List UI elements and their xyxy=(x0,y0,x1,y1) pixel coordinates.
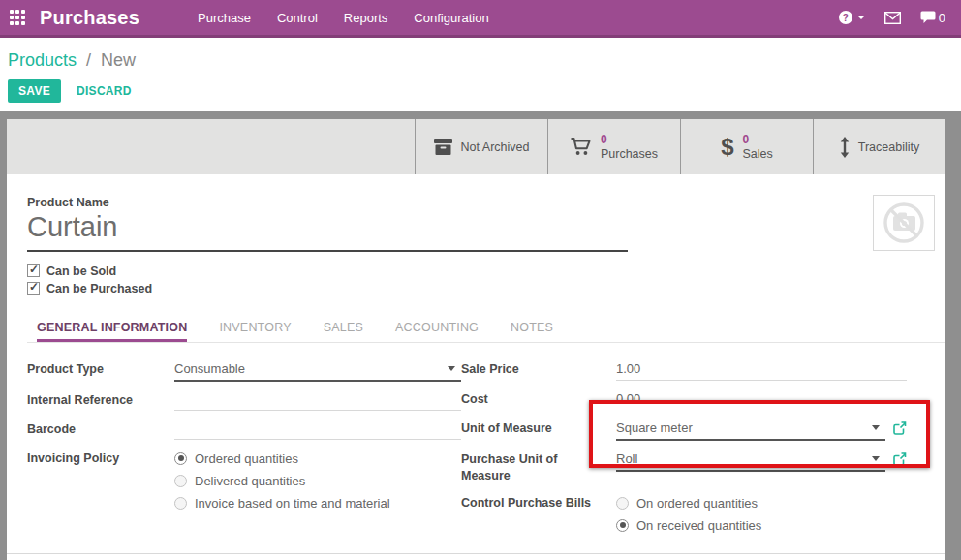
field-unit-of-measure: Unit of Measure Square meter xyxy=(461,419,907,441)
sale-purchase-checkboxes: Can be Sold Can be Purchased xyxy=(27,263,946,297)
grid-dot xyxy=(16,21,19,25)
grid-dot xyxy=(16,10,19,14)
can-be-sold-checkbox[interactable]: Can be Sold xyxy=(27,263,946,280)
sheet-body: Product Name Curtain Can be Sold Can be … xyxy=(7,174,946,548)
field-invoicing-policy: Invoicing Policy Ordered quantities Deli… xyxy=(27,449,461,517)
tab-sales[interactable]: SALES xyxy=(324,316,363,342)
stat-button-sales[interactable]: $ 0 Sales xyxy=(680,119,813,174)
stat-button-traceability[interactable]: Traceability xyxy=(813,119,946,174)
internal-reference-input[interactable] xyxy=(174,390,461,411)
save-button[interactable]: SAVE xyxy=(8,79,61,103)
field-cost: Cost 0.00 xyxy=(461,389,907,410)
discuss-menu[interactable]: 0 xyxy=(920,11,946,25)
invoicing-policy-label: Invoicing Policy xyxy=(27,449,174,517)
stat-button-label: Purchases xyxy=(601,147,658,162)
archive-box-icon xyxy=(434,139,452,155)
grid-dot xyxy=(10,16,14,19)
chevron-down-icon xyxy=(872,425,880,430)
purchase-uom-label: Purchase Unit of Measure xyxy=(461,450,616,484)
stat-button-purchases[interactable]: 0 Purchases xyxy=(547,119,680,174)
product-image-upload[interactable] xyxy=(873,195,935,251)
control-panel: Products / New SAVE DISCARD xyxy=(0,38,961,111)
menu-purchase[interactable]: Purchase xyxy=(198,11,251,25)
chevron-down-icon xyxy=(448,366,455,371)
product-name-input[interactable]: Curtain xyxy=(27,210,628,252)
sheet-divider xyxy=(7,553,946,554)
control-panel-buttons: SAVE DISCARD xyxy=(8,79,961,103)
internal-reference-label: Internal Reference xyxy=(27,390,174,411)
form-background: Not Archived 0 Purchases $ 0 xyxy=(0,111,961,560)
radio-invoice-time-material[interactable]: Invoice based on time and material xyxy=(174,495,390,512)
grid-dot xyxy=(16,16,19,19)
radio-label: Invoice based on time and material xyxy=(195,496,390,511)
sales-count: 0 xyxy=(743,133,773,147)
purchase-uom-external-link-icon[interactable] xyxy=(893,452,907,470)
cost-label: Cost xyxy=(461,389,616,410)
product-type-label: Product Type xyxy=(27,359,174,382)
product-type-select[interactable]: Consumable xyxy=(174,359,461,382)
radio-icon xyxy=(174,475,187,487)
radio-label: Ordered quantities xyxy=(195,451,298,466)
form-sheet: Not Archived 0 Purchases $ 0 xyxy=(7,119,946,560)
radio-on-ordered-quantities[interactable]: On ordered quantities xyxy=(616,495,761,512)
control-purchase-bills-radios: On ordered quantities On received quanti… xyxy=(616,493,761,540)
systray: ? 0 xyxy=(839,11,946,25)
help-menu[interactable]: ? xyxy=(839,11,865,24)
radio-on-received-quantities[interactable]: On received quantities xyxy=(616,517,761,534)
tab-inventory[interactable]: INVENTORY xyxy=(219,316,291,342)
breadcrumb-products-link[interactable]: Products xyxy=(8,50,77,70)
purchase-uom-select[interactable]: Roll xyxy=(616,450,885,472)
tab-general-information[interactable]: GENERAL INFORMATION xyxy=(37,316,187,342)
field-control-purchase-bills: Control Purchase Bills On ordered quanti… xyxy=(461,493,907,540)
apps-menu-icon[interactable] xyxy=(10,10,26,26)
tab-accounting[interactable]: ACCOUNTING xyxy=(395,316,479,342)
uom-external-link-icon[interactable] xyxy=(893,421,907,439)
cost-value-readonly: 0.00 xyxy=(616,389,907,410)
menu-control[interactable]: Control xyxy=(277,11,318,25)
no-image-camera-icon xyxy=(879,200,929,246)
notebook-tabs: GENERAL INFORMATION INVENTORY SALES ACCO… xyxy=(27,316,946,343)
discard-button[interactable]: DISCARD xyxy=(77,84,132,98)
grid-dot xyxy=(10,10,14,14)
checkbox-checked-icon xyxy=(27,282,40,295)
help-icon: ? xyxy=(839,11,852,24)
vertical-arrows-icon xyxy=(840,137,850,158)
top-navbar: Purchases Purchase Control Reports Confi… xyxy=(0,0,961,38)
messages-icon[interactable] xyxy=(884,12,901,24)
field-purchase-uom: Purchase Unit of Measure Roll xyxy=(461,450,907,484)
sale-price-label: Sale Price xyxy=(461,359,616,381)
radio-selected-icon xyxy=(616,519,629,532)
radio-ordered-quantities[interactable]: Ordered quantities xyxy=(174,451,390,467)
purchases-count: 0 xyxy=(601,133,658,147)
stat-button-label: Traceability xyxy=(858,140,919,154)
grid-dot xyxy=(21,16,25,19)
sale-price-input[interactable]: 1.00 xyxy=(616,359,907,381)
field-grid: Product Type Consumable Internal Referen… xyxy=(27,359,946,548)
barcode-input[interactable] xyxy=(174,420,461,440)
uom-select[interactable]: Square meter xyxy=(616,419,885,441)
sale-price-value: 1.00 xyxy=(616,361,640,376)
grid-dot xyxy=(21,10,25,14)
field-product-type: Product Type Consumable xyxy=(27,359,461,382)
control-purchase-bills-label: Control Purchase Bills xyxy=(461,493,616,540)
menu-reports[interactable]: Reports xyxy=(344,11,388,25)
field-column-right: Sale Price 1.00 Cost 0.00 xyxy=(461,359,946,548)
can-be-purchased-checkbox[interactable]: Can be Purchased xyxy=(27,280,946,297)
barcode-label: Barcode xyxy=(27,420,174,440)
uom-value: Square meter xyxy=(616,420,693,435)
purchase-uom-value: Roll xyxy=(616,451,637,466)
invoicing-policy-radios: Ordered quantities Delivered quantities … xyxy=(174,449,390,517)
cost-value: 0.00 xyxy=(616,391,640,406)
stat-button-archived[interactable]: Not Archived xyxy=(415,119,547,174)
top-menu: Purchase Control Reports Configuration xyxy=(198,11,489,25)
radio-delivered-quantities[interactable]: Delivered quantities xyxy=(174,473,390,489)
grid-dot xyxy=(10,21,14,25)
tab-notes[interactable]: NOTES xyxy=(511,316,553,342)
checkbox-checked-icon xyxy=(27,264,40,277)
menu-configuration[interactable]: Configuration xyxy=(414,11,488,25)
grid-dot xyxy=(21,21,25,25)
product-type-value: Consumable xyxy=(174,361,245,376)
app-title[interactable]: Purchases xyxy=(40,7,140,29)
shopping-cart-icon xyxy=(571,138,592,156)
stat-button-strip: Not Archived 0 Purchases $ 0 xyxy=(7,119,946,174)
